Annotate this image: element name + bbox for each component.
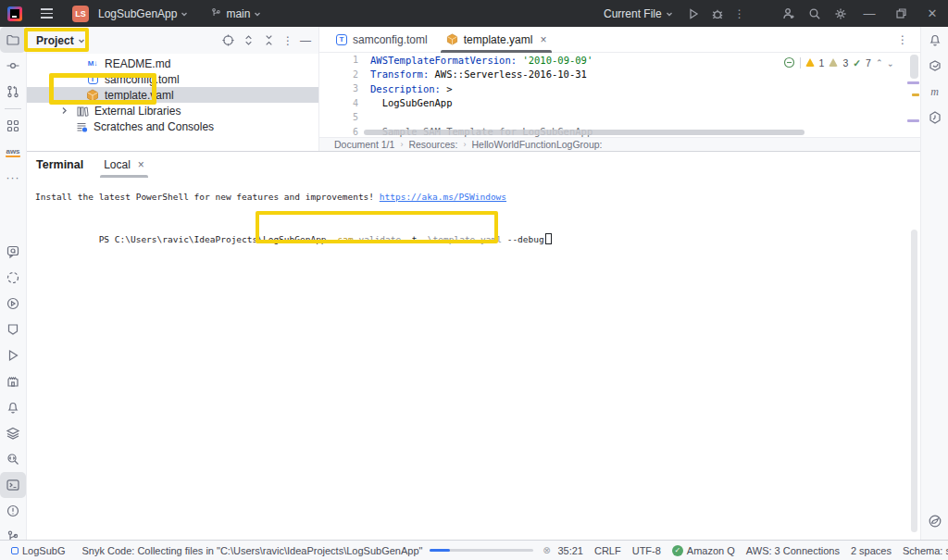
locate-file-button[interactable] (221, 33, 235, 47)
right-tool-strip: m (920, 27, 948, 540)
next-problem-button[interactable]: ⌃ (887, 58, 894, 68)
project-options-button[interactable]: ⋮ (282, 34, 293, 47)
line-number: 4 (319, 98, 358, 108)
cancel-task-button[interactable]: ⊗ (541, 545, 552, 556)
tree-item-external-libraries[interactable]: External Libraries (27, 103, 318, 118)
run-toolwindow-button[interactable] (0, 291, 26, 317)
tab-label: template.yaml (464, 33, 533, 46)
ide-window: LS LogSubGenApp main Current File ⋮ (0, 0, 948, 560)
breadcrumb-separator: › (400, 140, 403, 149)
terminal-tab-local[interactable]: Local × (100, 158, 148, 178)
breadcrumb-loggroup[interactable]: HelloWorldFunctionLogGroup: (471, 139, 602, 150)
bookmarks-toolwindow-button[interactable] (0, 317, 26, 342)
terminal-scrollbar[interactable] (911, 230, 917, 532)
close-tab-button[interactable]: × (540, 33, 546, 46)
settings-button[interactable] (828, 0, 854, 27)
code-editor[interactable]: 1AWSTemplateFormatVersion: '2010-09-09' … (319, 53, 920, 137)
prev-problem-button[interactable]: ⌃ (876, 58, 883, 68)
maven-icon: m (930, 85, 939, 99)
tree-item-samconfig[interactable]: T samconfig.toml (27, 71, 318, 87)
spring-toolwindow-button[interactable] (922, 508, 948, 534)
more-toolwindows-button[interactable]: ··· (0, 165, 26, 191)
tree-item-scratches[interactable]: Scratches and Consoles (27, 118, 318, 134)
strip-divider (5, 108, 21, 109)
hide-panel-button[interactable]: — (300, 34, 311, 47)
tree-item-readme[interactable]: M↓ README.md (27, 56, 318, 71)
maximize-button[interactable] (885, 0, 917, 27)
debug-button[interactable] (710, 6, 725, 21)
chevron-down-icon (181, 10, 188, 18)
editor-scrollbar-thumb[interactable] (910, 55, 918, 79)
plugin-castle-toolwindow-button[interactable] (0, 368, 26, 394)
aws-connections-widget[interactable]: AWS: 3 Connections (741, 545, 845, 556)
tree-item-label: External Libraries (94, 105, 181, 118)
code-with-me-button[interactable] (776, 0, 802, 27)
collapse-all-button[interactable] (262, 33, 276, 47)
more-actions-button[interactable]: ⋮ (734, 7, 745, 20)
powershell-link[interactable]: https://aka.ms/PSWindows (380, 192, 506, 202)
project-toolwindow-button[interactable] (0, 27, 26, 53)
tree-item-template[interactable]: template.yaml (27, 87, 318, 103)
breadcrumb-resources[interactable]: Resources: (408, 139, 457, 150)
notifications-toolwindow-button[interactable] (922, 27, 948, 53)
terminal-tab-label: Local (104, 158, 131, 171)
line-separator-widget[interactable]: CRLF (589, 545, 627, 556)
command-flag: -t (406, 234, 417, 244)
line-number: 2 (319, 69, 358, 80)
scrollbar-mark (907, 119, 919, 122)
terminal-toolwindow-button[interactable] (0, 472, 26, 498)
structure-toolwindow-button[interactable] (0, 113, 26, 139)
project-widget[interactable]: LogSubG (9, 545, 70, 556)
schema-widget[interactable]: Schema: schema.json (897, 545, 948, 556)
problems-toolwindow-button[interactable] (0, 498, 26, 524)
vcs-branch-selector[interactable]: main (206, 6, 265, 22)
services-toolwindow-button[interactable] (0, 420, 26, 446)
project-square-icon (11, 547, 19, 554)
maven-toolwindow-button[interactable]: m (922, 79, 948, 105)
close-button[interactable]: ✕ (917, 0, 948, 27)
search-everywhere-button[interactable] (802, 0, 828, 27)
expand-all-button[interactable] (242, 33, 256, 47)
no-errors-icon (783, 56, 795, 68)
weak-warning-count: 3 (842, 57, 848, 68)
find-toolwindow-button[interactable] (0, 446, 26, 472)
project-view-selector[interactable]: Project (36, 34, 85, 47)
terminal-output[interactable]: Install the latest PowerShell for new fe… (27, 178, 920, 540)
progress-text: Snyk Code: Collecting files in "C:\Users… (81, 545, 422, 556)
pull-requests-toolwindow-button[interactable] (0, 79, 26, 105)
markdown-file-icon: M↓ (86, 57, 99, 70)
services-run-button[interactable] (0, 342, 26, 368)
chevron-down-icon (78, 37, 85, 44)
play-icon (6, 348, 20, 363)
run-button[interactable] (686, 6, 701, 21)
commit-toolwindow-button[interactable] (0, 53, 26, 79)
breadcrumb-separator: › (463, 140, 466, 149)
yaml-key: Transform: (370, 68, 435, 80)
project-panel-header: Project ⋮ — (27, 27, 318, 54)
inspections-widget[interactable]: 1 3 ✓7 ⌃ ⌃ (783, 56, 894, 68)
run-configuration-selector[interactable]: Current File (600, 6, 677, 22)
snyk-toolwindow-button[interactable] (922, 105, 948, 131)
amazon-q-widget[interactable]: ✓ Amazon Q (667, 545, 741, 556)
notifications-bell-button[interactable] (0, 394, 26, 420)
project-selector[interactable]: LogSubGenApp (94, 6, 192, 22)
codewhisperer-toolwindow-button[interactable] (0, 265, 26, 291)
tab-template[interactable]: template.yaml × (437, 27, 556, 53)
encoding-widget[interactable]: UTF-8 (627, 545, 667, 556)
aws-toolkit-toolwindow-button[interactable]: aws (0, 139, 26, 165)
maximize-icon (896, 8, 906, 19)
main-menu-button[interactable] (35, 5, 57, 23)
editor-horizontal-scrollbar[interactable] (364, 130, 805, 135)
close-terminal-tab-button[interactable]: × (138, 158, 144, 171)
minimize-button[interactable]: — (854, 0, 885, 27)
editor-tab-options-button[interactable]: ⋮ (897, 33, 920, 46)
caret-position-widget[interactable]: 35:21 (552, 545, 589, 556)
passed-check-icon: ✓ (853, 57, 861, 68)
tab-samconfig[interactable]: T samconfig.toml (327, 27, 437, 53)
gradle-package-toolwindow-button[interactable] (922, 53, 948, 79)
amazon-q-chat-toolwindow-button[interactable] (0, 239, 26, 265)
tree-item-label: README.md (105, 57, 170, 70)
indent-widget[interactable]: 2 spaces (845, 545, 897, 556)
chevron-down-icon (254, 10, 261, 18)
breadcrumb-document[interactable]: Document 1/1 (334, 139, 394, 150)
